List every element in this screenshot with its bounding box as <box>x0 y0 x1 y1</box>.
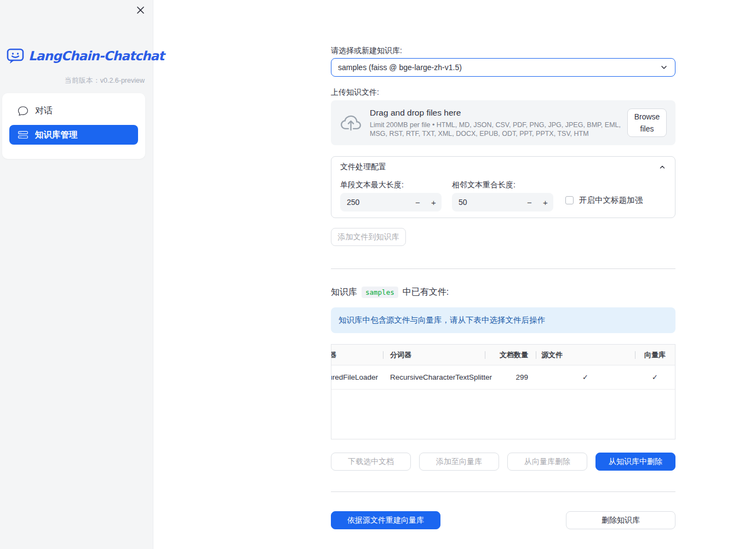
chunk-size-input[interactable]: 250 − + <box>340 193 442 211</box>
table-header-vector-store[interactable]: 向量库 <box>635 345 675 365</box>
app-logo: LangChain-Chatchat <box>6 47 164 65</box>
sidebar-item-knowledge-base[interactable]: 知识库管理 <box>9 125 138 145</box>
overlap-label: 相邻文本重合长度: <box>452 180 516 190</box>
info-banner: 知识库中包含源文件与向量库，请从下表中选择文件后操作 <box>331 307 675 333</box>
delete-from-vector-store-button[interactable]: 从向量库删除 <box>507 453 587 471</box>
app-title: LangChain-Chatchat <box>28 49 164 63</box>
zh-title-enhance-option: 开启中文标题加强 <box>565 195 643 205</box>
chevron-up-icon <box>658 163 666 171</box>
kb-heading-prefix: 知识库 <box>331 287 357 298</box>
check-icon: ✓ <box>582 373 588 381</box>
cell-doc-count: 299 <box>485 365 536 389</box>
main-content: 请选择或新建知识库: samples (faiss @ bge-large-zh… <box>331 0 675 549</box>
file-config-expander-header[interactable]: 文件处理配置 <box>331 157 675 178</box>
rebuild-vector-store-button[interactable]: 依据源文件重建向量库 <box>331 511 440 529</box>
overlap-input[interactable]: 50 − + <box>452 193 553 211</box>
overlap-value: 50 <box>459 198 522 207</box>
add-files-to-kb-button[interactable]: 添加文件到知识库 <box>331 228 406 246</box>
dropzone-title: Drag and drop files here <box>370 108 627 118</box>
kb-heading-suffix: 中已有文件: <box>403 287 449 298</box>
overlap-minus-button[interactable]: − <box>522 198 537 207</box>
sidebar-item-label: 知识库管理 <box>35 129 78 141</box>
close-icon <box>136 6 145 14</box>
kb-select[interactable]: samples (faiss @ bge-large-zh-v1.5) <box>331 58 675 77</box>
cell-source-file-check: ✓ <box>536 365 635 389</box>
overlap-plus-button[interactable]: + <box>537 198 553 207</box>
chunk-size-value: 250 <box>347 198 410 207</box>
file-dropzone[interactable]: Drag and drop files here Limit 200MB per… <box>331 100 675 145</box>
cell-loader: UnstructuredFileLoader <box>331 365 383 389</box>
kb-files-heading: 知识库 samples 中已有文件: <box>331 287 675 298</box>
table-header-doc-count[interactable]: 文档数量 <box>485 345 536 365</box>
upload-label: 上传知识文件: <box>331 88 675 98</box>
sidebar-item-dialogue[interactable]: 对话 <box>9 99 138 123</box>
table-header-source-file[interactable]: 源文件 <box>536 345 635 365</box>
add-to-vector-store-button[interactable]: 添加至向量库 <box>419 453 499 471</box>
chevron-down-icon <box>660 63 668 72</box>
file-action-buttons: 下载选中文档 添加至向量库 从向量库删除 从知识库中删除 <box>331 453 675 471</box>
version-info: 当前版本：v0.2.6-preview <box>65 76 145 85</box>
cell-splitter: RecursiveCharacterTextSplitter <box>383 365 485 389</box>
version-value: v0.2.6-preview <box>100 77 145 84</box>
divider <box>331 268 675 269</box>
table-header-loader[interactable]: 文档加载器 <box>331 345 383 365</box>
check-icon: ✓ <box>652 373 658 381</box>
kb-select-label: 请选择或新建知识库: <box>331 46 675 56</box>
download-selected-button[interactable]: 下载选中文档 <box>331 453 411 471</box>
dropzone-limit-text: Limit 200MB per file • HTML, MD, JSON, C… <box>370 121 627 138</box>
chunk-size-label: 单段文本最大长度: <box>340 180 404 190</box>
version-label: 当前版本： <box>65 76 100 84</box>
kb-stack-icon <box>18 130 28 140</box>
cloud-upload-icon <box>341 113 361 133</box>
kb-files-table: 文档加载器 分词器 文档数量 源文件 向量库 UnstructuredFileL… <box>331 344 675 439</box>
table-header-splitter[interactable]: 分词器 <box>383 345 485 365</box>
sidebar-menu: 对话 知识库管理 <box>2 93 145 159</box>
table-header-row: 文档加载器 分词器 文档数量 源文件 向量库 <box>331 345 675 365</box>
chunk-size-plus-button[interactable]: + <box>426 198 442 207</box>
delete-kb-button[interactable]: 删除知识库 <box>566 511 675 529</box>
kb-name-code: samples <box>362 287 398 298</box>
dropzone-instructions: Drag and drop files here Limit 200MB per… <box>370 108 627 138</box>
kb-level-actions: 依据源文件重建向量库 删除知识库 <box>331 511 675 529</box>
sidebar-close-button[interactable] <box>135 4 146 15</box>
chat-bubble-icon <box>18 106 28 116</box>
file-config-title: 文件处理配置 <box>340 162 386 172</box>
kb-select-value: samples (faiss @ bge-large-zh-v1.5) <box>338 63 462 72</box>
sidebar: LangChain-Chatchat 当前版本：v0.2.6-preview 对… <box>0 0 153 549</box>
chat-smiley-logo-icon <box>6 47 25 65</box>
delete-from-kb-button[interactable]: 从知识库中删除 <box>595 453 675 471</box>
table-row[interactable]: UnstructuredFileLoader RecursiveCharacte… <box>331 365 675 390</box>
browse-files-button[interactable]: Browse files <box>627 108 667 137</box>
file-config-expander: 文件处理配置 单段文本最大长度: 250 − + 相邻文本重合长度: 50 − … <box>331 156 675 218</box>
zh-title-enhance-label: 开启中文标题加强 <box>579 195 643 205</box>
chunk-size-minus-button[interactable]: − <box>410 198 426 207</box>
sidebar-item-label: 对话 <box>35 105 53 117</box>
divider <box>331 491 675 492</box>
cell-vector-store-check: ✓ <box>635 365 675 389</box>
zh-title-enhance-checkbox[interactable] <box>565 196 574 204</box>
